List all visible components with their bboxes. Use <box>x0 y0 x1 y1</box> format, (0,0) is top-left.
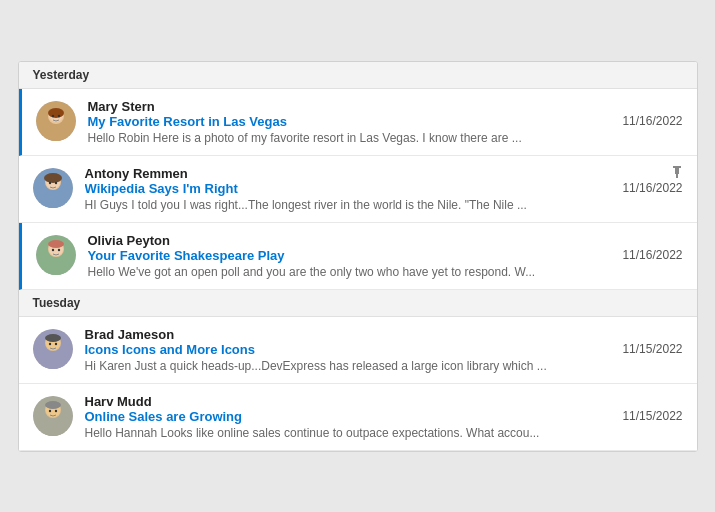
svg-point-35 <box>45 401 61 409</box>
email-list: Yesterday Mary SternMy Favorite Resort i… <box>18 61 698 452</box>
email-item-mary[interactable]: Mary SternMy Favorite Resort in Las Vega… <box>19 89 697 156</box>
avatar-brad <box>33 329 73 369</box>
avatar-antony <box>33 168 73 208</box>
svg-point-22 <box>51 248 53 250</box>
email-preview-olivia: Hello We've got an open poll and you are… <box>88 265 683 279</box>
sender-name-mary: Mary Stern <box>88 99 155 114</box>
sender-name-harv: Harv Mudd <box>85 394 152 409</box>
email-date-antony: 11/16/2022 <box>622 181 682 195</box>
svg-point-28 <box>45 334 61 342</box>
email-date-harv: 11/15/2022 <box>622 409 682 423</box>
svg-point-12 <box>48 181 50 183</box>
email-top-row-brad: Brad Jameson <box>85 327 683 342</box>
svg-point-4 <box>48 108 64 118</box>
subject-row-olivia: Your Favorite Shakespeare Play11/16/2022 <box>88 248 683 263</box>
email-date-brad: 11/15/2022 <box>622 342 682 356</box>
avatar-olivia <box>36 235 76 275</box>
email-content-antony: Antony RemmenWikipedia Says I'm Right11/… <box>85 166 683 212</box>
svg-point-30 <box>54 342 56 344</box>
email-preview-harv: Hello Hannah Looks like online sales con… <box>85 426 683 440</box>
email-item-olivia[interactable]: Olivia PeytonYour Favorite Shakespeare P… <box>19 223 697 290</box>
sender-name-olivia: Olivia Peyton <box>88 233 170 248</box>
email-item-antony[interactable]: Antony RemmenWikipedia Says I'm Right11/… <box>19 156 697 223</box>
subject-row-antony: Wikipedia Says I'm Right11/16/2022 <box>85 181 683 196</box>
sender-name-antony: Antony Remmen <box>85 166 188 181</box>
email-subject-olivia: Your Favorite Shakespeare Play <box>88 248 615 263</box>
email-item-brad[interactable]: Brad JamesonIcons Icons and More Icons11… <box>19 317 697 384</box>
email-top-row-olivia: Olivia Peyton <box>88 233 683 248</box>
section-header-tuesday: Tuesday <box>19 290 697 317</box>
sender-name-brad: Brad Jameson <box>85 327 175 342</box>
svg-point-23 <box>57 248 59 250</box>
email-date-olivia: 11/16/2022 <box>622 248 682 262</box>
subject-row-mary: My Favorite Resort in Las Vegas11/16/202… <box>88 114 683 129</box>
email-content-olivia: Olivia PeytonYour Favorite Shakespeare P… <box>88 233 683 279</box>
email-top-row-mary: Mary Stern <box>88 99 683 114</box>
section-header-yesterday: Yesterday <box>19 62 697 89</box>
email-subject-antony: Wikipedia Says I'm Right <box>85 181 615 196</box>
svg-point-21 <box>48 240 64 248</box>
svg-point-29 <box>48 342 50 344</box>
email-item-harv[interactable]: Harv MuddOnline Sales are Growing11/15/2… <box>19 384 697 451</box>
svg-point-11 <box>44 173 62 183</box>
email-subject-mary: My Favorite Resort in Las Vegas <box>88 114 615 129</box>
email-content-brad: Brad JamesonIcons Icons and More Icons11… <box>85 327 683 373</box>
subject-row-brad: Icons Icons and More Icons11/15/2022 <box>85 342 683 357</box>
email-content-mary: Mary SternMy Favorite Resort in Las Vega… <box>88 99 683 145</box>
svg-rect-15 <box>675 168 679 174</box>
avatar-harv <box>33 396 73 436</box>
svg-rect-16 <box>676 174 678 178</box>
email-subject-harv: Online Sales are Growing <box>85 409 615 424</box>
svg-point-6 <box>57 114 59 116</box>
email-date-mary: 11/16/2022 <box>622 114 682 128</box>
svg-rect-14 <box>673 166 681 168</box>
email-content-harv: Harv MuddOnline Sales are Growing11/15/2… <box>85 394 683 440</box>
subject-row-harv: Online Sales are Growing11/15/2022 <box>85 409 683 424</box>
svg-point-13 <box>54 181 56 183</box>
svg-point-5 <box>51 114 53 116</box>
email-preview-antony: HI Guys I told you I was right...The lon… <box>85 198 683 212</box>
email-top-row-harv: Harv Mudd <box>85 394 683 409</box>
svg-point-37 <box>54 409 56 411</box>
avatar-mary <box>36 101 76 141</box>
email-preview-brad: Hi Karen Just a quick heads-up...DevExpr… <box>85 359 683 373</box>
email-subject-brad: Icons Icons and More Icons <box>85 342 615 357</box>
email-top-row-antony: Antony Remmen <box>85 166 683 181</box>
svg-point-36 <box>48 409 50 411</box>
pin-icon-antony <box>671 166 683 181</box>
email-preview-mary: Hello Robin Here is a photo of my favori… <box>88 131 683 145</box>
